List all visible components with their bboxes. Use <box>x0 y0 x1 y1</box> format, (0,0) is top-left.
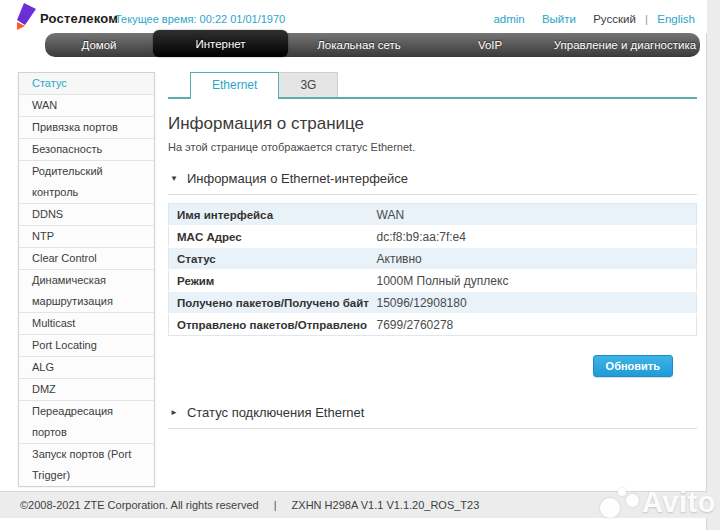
row-label: Отправлено пакетов/Отправлено байт <box>169 314 369 336</box>
sidebar-item-ntp[interactable]: NTP <box>19 226 154 248</box>
sidebar: Статус WAN Привязка портов Безопасность … <box>18 72 155 487</box>
triangle-down-icon: ▼ <box>170 174 178 183</box>
table-row: Отправлено пакетов/Отправлено байт 7699/… <box>169 314 697 336</box>
avito-watermark: Avito <box>598 484 720 524</box>
sub-tabs: Ethernet 3G <box>168 72 697 99</box>
lang-english-link[interactable]: English <box>657 13 695 25</box>
lang-separator: | <box>645 13 648 25</box>
nav-tab-voip[interactable]: VoIP <box>430 33 550 57</box>
brand-name: Ростелеком <box>40 11 118 26</box>
header: Ростелеком Текущее время: 00:22 01/01/19… <box>0 0 707 33</box>
sidebar-item-wan[interactable]: WAN <box>19 95 154 117</box>
sidebar-item-port-locating[interactable]: Port Locating <box>19 335 154 357</box>
interface-table: Имя интерфейса WAN MAC Адрес dc:f8:b9:aa… <box>168 203 697 336</box>
row-value: dc:f8:b9:aa:7f:e4 <box>369 226 697 248</box>
router-admin-page: Ростелеком Текущее время: 00:22 01/01/19… <box>0 0 707 530</box>
sidebar-item-ddns[interactable]: DDNS <box>19 204 154 226</box>
sidebar-item-dmz[interactable]: DMZ <box>19 379 154 401</box>
row-label: Имя интерфейса <box>169 204 369 226</box>
sidebar-item-multicast[interactable]: Multicast <box>19 313 154 335</box>
avito-logo-icon <box>626 494 639 507</box>
section-ethernet-status-header[interactable]: ► Статус подключения Ethernet <box>168 405 697 429</box>
row-label: MAC Адрес <box>169 226 369 248</box>
section-ethernet-status-title: Статус подключения Ethernet <box>187 405 364 420</box>
user-admin-link[interactable]: admin <box>493 13 524 25</box>
sidebar-item-status[interactable]: Статус <box>19 73 154 95</box>
tab-3g[interactable]: 3G <box>279 72 338 97</box>
page-subtitle: На этой странице отображается статус Eth… <box>168 141 697 153</box>
avito-logo-icon <box>600 498 620 518</box>
row-label: Статус <box>169 248 369 270</box>
sidebar-item-dynamic-routing[interactable]: Динамическая маршрутизация <box>19 270 154 313</box>
sidebar-item-security[interactable]: Безопасность <box>19 139 154 161</box>
row-value: Активно <box>369 248 697 270</box>
footer-version: ZXHN H298A V1.1 V1.1.20_ROS_T23 <box>292 499 480 511</box>
avito-label: Avito <box>642 486 716 519</box>
footer-copyright: ©2008-2021 ZTE Corporation. All rights r… <box>20 499 259 511</box>
table-row: Имя интерфейса WAN <box>169 204 697 226</box>
rostelecom-logo-icon <box>10 2 40 31</box>
tab-ethernet[interactable]: Ethernet <box>190 72 279 99</box>
top-nav: Домой Интернет Локальная сеть VoIP Управ… <box>45 33 700 57</box>
logout-link[interactable]: Выйти <box>542 13 576 25</box>
nav-tab-internet[interactable]: Интернет <box>153 30 288 57</box>
triangle-right-icon: ► <box>170 408 178 417</box>
row-label: Режим <box>169 270 369 292</box>
table-row: MAC Адрес dc:f8:b9:aa:7f:e4 <box>169 226 697 248</box>
nav-tab-home[interactable]: Домой <box>45 33 153 57</box>
row-label: Получено пакетов/Получено байт <box>169 292 369 314</box>
lang-russian-link[interactable]: Русский <box>593 13 636 25</box>
nav-tab-management[interactable]: Управление и диагностика <box>550 33 700 57</box>
section-ethernet-interface-title: Информация о Ethernet-интерфейсе <box>187 171 408 186</box>
row-value: WAN <box>369 204 697 226</box>
nav-tab-lan[interactable]: Локальная сеть <box>288 33 430 57</box>
row-value: 1000M Полный дуплекс <box>369 270 697 292</box>
sidebar-item-port-forwarding[interactable]: Переадресация портов <box>19 401 154 444</box>
table-row: Получено пакетов/Получено байт 15096/129… <box>169 292 697 314</box>
refresh-button[interactable]: Обновить <box>593 355 673 377</box>
footer-separator: | <box>274 499 277 511</box>
sidebar-item-alg[interactable]: ALG <box>19 357 154 379</box>
row-value: 7699/2760278 <box>369 314 697 336</box>
avito-logo-icon <box>618 488 626 496</box>
sidebar-item-parental-control[interactable]: Родительский контроль <box>19 161 154 204</box>
row-value: 15096/12908180 <box>369 292 697 314</box>
sidebar-item-port-trigger[interactable]: Запуск портов (Port Trigger) <box>19 444 154 486</box>
button-row: Обновить <box>168 355 697 377</box>
sidebar-item-clear-control[interactable]: Clear Control <box>19 248 154 270</box>
sidebar-item-port-binding[interactable]: Привязка портов <box>19 117 154 139</box>
header-links: admin Выйти Русский | English <box>479 13 695 25</box>
section-ethernet-interface-header[interactable]: ▼ Информация о Ethernet-интерфейсе <box>168 171 697 195</box>
current-time: Текущее время: 00:22 01/01/1970 <box>115 13 285 25</box>
main-content: Ethernet 3G Информация о странице На это… <box>168 72 697 429</box>
table-row: Статус Активно <box>169 248 697 270</box>
table-row: Режим 1000M Полный дуплекс <box>169 270 697 292</box>
page-title: Информация о странице <box>168 114 697 134</box>
